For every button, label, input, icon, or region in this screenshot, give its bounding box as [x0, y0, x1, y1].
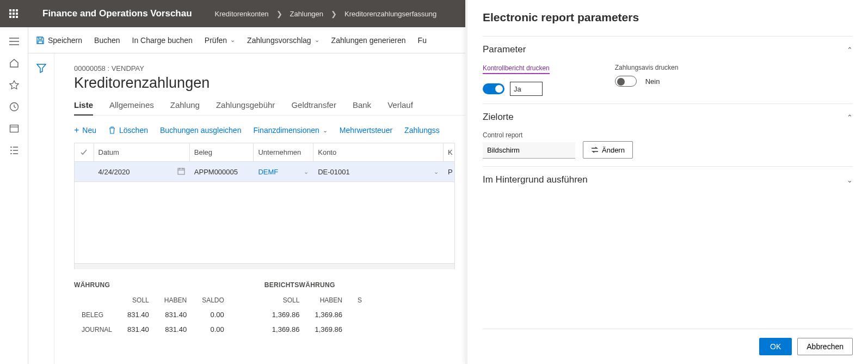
modules-icon[interactable] [9, 145, 20, 156]
chevron-down-icon[interactable]: ⌄ [304, 168, 309, 175]
grid-scrollbar-stub[interactable] [74, 264, 455, 269]
section-destinations-header[interactable]: Zielorte ⌃ [483, 112, 853, 123]
grid-header: Datum Beleg Unternehmen Konto K [75, 143, 454, 162]
filter-column [28, 53, 54, 364]
tab-fee[interactable]: Zahlungsgebühr [216, 100, 275, 110]
breadcrumb: Kreditorenkonten ❯ Zahlungen ❯ Kreditore… [207, 10, 437, 18]
section-parameter-header[interactable]: Parameter ⌃ [483, 44, 853, 55]
breadcrumb-item[interactable]: Zahlungen [290, 10, 323, 18]
chevron-down-icon[interactable]: ⌄ [434, 168, 439, 175]
col-header-date[interactable]: Datum [94, 143, 190, 161]
col-header-company[interactable]: Unternehmen [254, 143, 313, 161]
cell-last[interactable]: P [444, 162, 454, 181]
cell-account[interactable]: DE-01001⌄ [313, 162, 444, 181]
svg-rect-1 [10, 125, 18, 132]
cancel-button[interactable]: Abbrechen [797, 338, 853, 355]
section-parameter: Parameter ⌃ Kontrollbericht drucken Ja Z… [483, 36, 853, 104]
post-button[interactable]: Buchen [94, 36, 120, 45]
tab-bank[interactable]: Bank [353, 100, 371, 110]
chevron-down-icon: ⌄ [323, 127, 328, 134]
calendar-icon[interactable] [177, 167, 185, 177]
report-currency-heading: BERICHTSWÄHRUNG [264, 281, 370, 289]
post-in-charge-button[interactable]: In Charge buchen [132, 36, 193, 45]
breadcrumb-item[interactable]: Kreditorenkonten [215, 10, 269, 18]
workspace-icon[interactable] [9, 123, 20, 134]
save-button[interactable]: Speichern [36, 36, 82, 45]
chevron-down-icon: ⌄ [315, 37, 319, 44]
panel-title: Electronic report parameters [483, 11, 853, 24]
print-advice-value: Nein [642, 77, 660, 86]
currency-heading: WÄHRUNG [74, 281, 232, 289]
chevron-up-icon: ⌃ [847, 113, 853, 122]
chevron-down-icon: ⌄ [847, 176, 853, 184]
side-panel: Electronic report parameters Parameter ⌃… [465, 0, 868, 364]
tab-payment[interactable]: Zahlung [170, 100, 200, 110]
chevron-down-icon: ⌄ [230, 37, 235, 44]
tab-transfer[interactable]: Geldtransfer [291, 100, 336, 110]
report-currency-totals: SOLLHABENS 1,369.861,369.86 1,369.861,36… [264, 293, 370, 337]
filter-icon[interactable] [36, 63, 46, 73]
vat-button[interactable]: Mehrwertsteuer [340, 125, 392, 135]
tab-general[interactable]: Allgemeines [109, 100, 154, 110]
print-advice-toggle[interactable] [615, 76, 637, 87]
star-icon[interactable] [9, 80, 20, 90]
section-background: Im Hintergrund ausführen ⌄ [483, 166, 853, 193]
svg-rect-2 [178, 168, 184, 174]
chevron-right-icon: ❯ [276, 10, 282, 18]
table-row[interactable]: 4/24/2020 APPM000005 DEMF⌄ DE-01001⌄ P [75, 162, 454, 181]
section-destinations: Zielorte ⌃ Control report Ändern [483, 104, 853, 166]
settle-transactions-button[interactable]: Buchungen ausgleichen [160, 125, 241, 135]
control-report-label: Control report [483, 131, 575, 139]
validate-button[interactable]: Prüfen⌄ [205, 36, 235, 45]
home-icon[interactable] [9, 58, 20, 69]
chevron-right-icon: ❯ [331, 10, 337, 18]
delete-button[interactable]: Löschen [108, 125, 148, 135]
app-title: Finance and Operations Vorschau [27, 8, 207, 19]
print-control-report-value[interactable]: Ja [510, 82, 543, 96]
hamburger-icon[interactable] [9, 36, 20, 47]
currency-totals: SOLLHABENSALDO BELEG831.40831.400.00 JOU… [74, 293, 232, 337]
recent-icon[interactable] [9, 101, 20, 112]
print-control-report-label: Kontrollbericht drucken [483, 64, 550, 74]
tab-history[interactable]: Verlauf [387, 100, 413, 110]
cell-date[interactable]: 4/24/2020 [94, 162, 190, 181]
payment-status-button[interactable]: Zahlungss [404, 125, 440, 135]
data-grid: Datum Beleg Unternehmen Konto K 4/24/202… [74, 143, 455, 182]
generate-payments-button[interactable]: Zahlungen generieren [331, 36, 406, 45]
section-background-header[interactable]: Im Hintergrund ausführen ⌄ [483, 174, 853, 185]
tab-list[interactable]: Liste [74, 100, 93, 116]
new-button[interactable]: +Neu [74, 125, 96, 135]
col-header-voucher[interactable]: Beleg [190, 143, 254, 161]
col-header-last[interactable]: K [444, 143, 454, 161]
swap-icon [591, 147, 599, 153]
change-button[interactable]: Ändern [583, 141, 633, 159]
payment-proposal-button[interactable]: Zahlungsvorschlag⌄ [247, 36, 319, 45]
print-advice-label: Zahlungsavis drucken [615, 64, 679, 71]
panel-footer: OK Abbrechen [483, 329, 853, 364]
financial-dimensions-button[interactable]: Finanzdimensionen⌄ [253, 125, 327, 135]
col-header-account[interactable]: Konto [313, 143, 444, 161]
control-report-input[interactable] [483, 142, 575, 159]
select-all-checkbox[interactable] [75, 143, 94, 161]
print-control-report-toggle[interactable] [483, 83, 504, 94]
grid-empty-area [74, 182, 455, 264]
app-launcher-icon[interactable] [0, 0, 27, 27]
cell-company[interactable]: DEMF⌄ [254, 162, 313, 181]
overflow-button[interactable]: Fu [418, 36, 427, 45]
breadcrumb-item[interactable]: Kreditorenzahlungserfassung [344, 10, 436, 18]
chevron-up-icon: ⌃ [847, 46, 853, 54]
trash-icon [108, 126, 116, 134]
ok-button[interactable]: OK [759, 338, 792, 355]
left-nav-rail [0, 27, 28, 364]
row-selector[interactable] [75, 162, 94, 181]
cell-voucher[interactable]: APPM000005 [190, 162, 254, 181]
save-label: Speichern [48, 36, 82, 45]
